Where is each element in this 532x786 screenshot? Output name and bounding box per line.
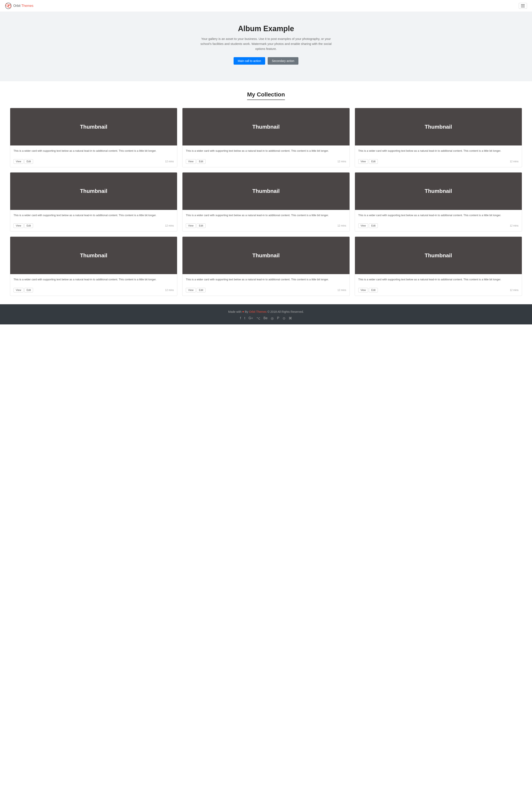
card-5: Thumbnail This is a wider card with supp… bbox=[182, 172, 350, 232]
card-thumbnail-7: Thumbnail bbox=[10, 237, 177, 274]
card-actions-1: View Edit bbox=[14, 159, 33, 164]
brand-text: Orbit Themes bbox=[13, 4, 33, 8]
card-body-8: This is a wider card with supporting tex… bbox=[182, 274, 349, 288]
card-edit-button-5[interactable]: Edit bbox=[196, 224, 206, 228]
orbit-logo-icon bbox=[5, 2, 11, 9]
card-edit-button-1[interactable]: Edit bbox=[24, 159, 33, 164]
card-thumbnail-5: Thumbnail bbox=[182, 172, 349, 210]
card-footer-1: View Edit 12 mins bbox=[10, 159, 177, 167]
card-body-7: This is a wider card with supporting tex… bbox=[10, 274, 177, 288]
card-text-2: This is a wider card with supporting tex… bbox=[186, 149, 346, 153]
card-actions-4: View Edit bbox=[14, 224, 33, 228]
main-cta-button[interactable]: Main call to action bbox=[234, 57, 265, 65]
card-text-8: This is a wider card with supporting tex… bbox=[186, 277, 346, 282]
card-actions-2: View Edit bbox=[186, 159, 205, 164]
card-text-1: This is a wider card with supporting tex… bbox=[14, 149, 174, 153]
card-9: Thumbnail This is a wider card with supp… bbox=[355, 236, 522, 296]
hamburger-line-3 bbox=[521, 7, 525, 7]
footer-made-with: Made with bbox=[228, 310, 241, 314]
card-thumbnail-3: Thumbnail bbox=[355, 108, 522, 145]
hamburger-button[interactable] bbox=[519, 3, 527, 9]
card-footer-8: View Edit 12 mins bbox=[182, 288, 349, 296]
brand-themes-text: Themes bbox=[21, 4, 33, 7]
card-body-2: This is a wider card with supporting tex… bbox=[182, 145, 349, 159]
card-footer-4: View Edit 12 mins bbox=[10, 224, 177, 231]
card-footer-9: View Edit 12 mins bbox=[355, 288, 522, 296]
card-thumbnail-text-4: Thumbnail bbox=[80, 188, 107, 194]
card-text-7: This is a wider card with supporting tex… bbox=[14, 277, 174, 282]
card-thumbnail-text-8: Thumbnail bbox=[252, 252, 279, 259]
footer-brand-link[interactable]: Orbit Themes bbox=[249, 310, 267, 314]
footer-500px-icon[interactable]: ⊙ bbox=[283, 316, 285, 320]
card-view-button-3[interactable]: View bbox=[358, 159, 368, 164]
footer-twitter-icon[interactable]: t bbox=[244, 316, 245, 320]
card-body-6: This is a wider card with supporting tex… bbox=[355, 210, 522, 224]
card-view-button-8[interactable]: View bbox=[186, 288, 196, 293]
card-thumbnail-4: Thumbnail bbox=[10, 172, 177, 210]
card-thumbnail-text-9: Thumbnail bbox=[425, 252, 452, 259]
card-edit-button-2[interactable]: Edit bbox=[196, 159, 206, 164]
card-thumbnail-text-1: Thumbnail bbox=[80, 124, 107, 130]
navbar: Orbit Themes bbox=[0, 0, 532, 12]
card-view-button-4[interactable]: View bbox=[14, 224, 23, 228]
card-4: Thumbnail This is a wider card with supp… bbox=[10, 172, 177, 232]
brand-logo[interactable]: Orbit Themes bbox=[5, 2, 33, 9]
collection-section: My Collection Thumbnail This is a wider … bbox=[0, 81, 532, 304]
footer-github-icon[interactable]: ⌥ bbox=[256, 316, 260, 320]
card-edit-button-3[interactable]: Edit bbox=[369, 159, 378, 164]
footer-googleplus-icon[interactable]: G+ bbox=[249, 316, 253, 320]
hero-subtitle: Your gallery is an asset to your busines… bbox=[195, 37, 337, 51]
card-thumbnail-9: Thumbnail bbox=[355, 237, 522, 274]
footer-rss-icon[interactable]: ⌘ bbox=[288, 316, 292, 320]
card-view-button-6[interactable]: View bbox=[358, 224, 368, 228]
card-time-8: 12 mins bbox=[338, 289, 346, 292]
card-actions-5: View Edit bbox=[186, 224, 205, 228]
card-footer-6: View Edit 12 mins bbox=[355, 224, 522, 231]
card-view-button-5[interactable]: View bbox=[186, 224, 196, 228]
card-body-1: This is a wider card with supporting tex… bbox=[10, 145, 177, 159]
card-thumbnail-text-5: Thumbnail bbox=[252, 188, 279, 194]
footer: Made with ♥ By Orbit Themes © 2018 All R… bbox=[0, 304, 532, 324]
card-view-button-7[interactable]: View bbox=[14, 288, 23, 293]
card-text-6: This is a wider card with supporting tex… bbox=[358, 213, 518, 217]
card-thumbnail-text-2: Thumbnail bbox=[252, 124, 279, 130]
footer-behance-icon[interactable]: Be bbox=[263, 316, 268, 320]
card-6: Thumbnail This is a wider card with supp… bbox=[355, 172, 522, 232]
card-1: Thumbnail This is a wider card with supp… bbox=[10, 108, 177, 167]
card-view-button-9[interactable]: View bbox=[358, 288, 368, 293]
card-edit-button-9[interactable]: Edit bbox=[369, 288, 378, 293]
card-thumbnail-text-3: Thumbnail bbox=[425, 124, 452, 130]
card-thumbnail-text-6: Thumbnail bbox=[425, 188, 452, 194]
card-actions-8: View Edit bbox=[186, 288, 205, 293]
card-time-9: 12 mins bbox=[510, 289, 518, 292]
svg-point-2 bbox=[7, 5, 9, 6]
card-8: Thumbnail This is a wider card with supp… bbox=[182, 236, 350, 296]
hero-title: Album Example bbox=[5, 24, 527, 33]
card-thumbnail-6: Thumbnail bbox=[355, 172, 522, 210]
card-thumbnail-8: Thumbnail bbox=[182, 237, 349, 274]
footer-dribbble-icon[interactable]: ◎ bbox=[271, 316, 274, 320]
brand-orbit-text: Orbit bbox=[13, 4, 21, 7]
card-footer-3: View Edit 12 mins bbox=[355, 159, 522, 167]
card-edit-button-8[interactable]: Edit bbox=[196, 288, 206, 293]
card-edit-button-7[interactable]: Edit bbox=[24, 288, 33, 293]
card-time-5: 12 mins bbox=[338, 224, 346, 227]
hamburger-line-1 bbox=[521, 4, 525, 5]
card-time-4: 12 mins bbox=[165, 224, 174, 227]
card-text-4: This is a wider card with supporting tex… bbox=[14, 213, 174, 217]
card-thumbnail-1: Thumbnail bbox=[10, 108, 177, 145]
card-edit-button-4[interactable]: Edit bbox=[24, 224, 33, 228]
card-thumbnail-text-7: Thumbnail bbox=[80, 252, 107, 259]
secondary-action-button[interactable]: Secondary action bbox=[268, 57, 298, 65]
footer-facebook-icon[interactable]: f bbox=[240, 316, 241, 320]
footer-by-text: By bbox=[245, 310, 248, 314]
card-time-7: 12 mins bbox=[165, 289, 174, 292]
card-edit-button-6[interactable]: Edit bbox=[369, 224, 378, 228]
footer-pinterest-icon[interactable]: P bbox=[277, 316, 279, 320]
card-body-9: This is a wider card with supporting tex… bbox=[355, 274, 522, 288]
hamburger-line-2 bbox=[521, 6, 525, 6]
card-view-button-2[interactable]: View bbox=[186, 159, 196, 164]
card-view-button-1[interactable]: View bbox=[14, 159, 23, 164]
card-actions-7: View Edit bbox=[14, 288, 33, 293]
footer-heart-icon: ♥ bbox=[242, 310, 245, 314]
